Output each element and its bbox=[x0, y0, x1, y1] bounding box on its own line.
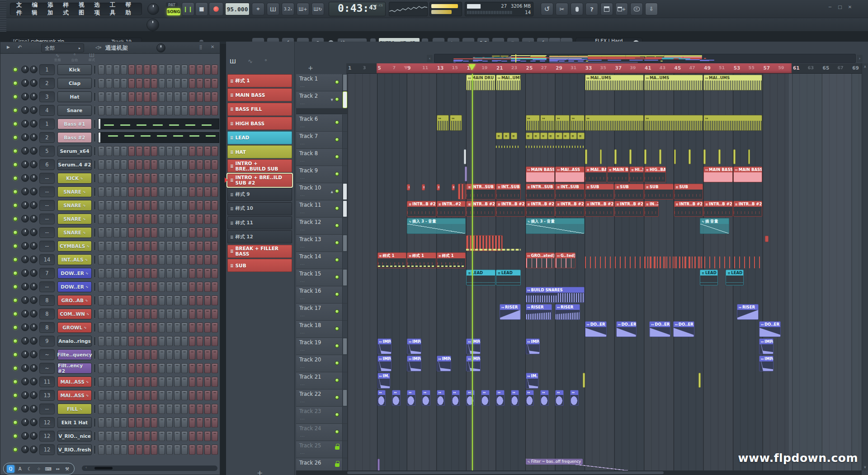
track-menu-dots[interactable]: ··· bbox=[300, 452, 305, 456]
performance-strip[interactable] bbox=[343, 75, 347, 90]
step-cell[interactable] bbox=[121, 377, 127, 387]
step-cell[interactable] bbox=[174, 404, 180, 414]
channel-volume-knob[interactable] bbox=[30, 337, 38, 345]
step-cell[interactable] bbox=[159, 173, 165, 183]
clip-olvsliv[interactable] bbox=[629, 149, 632, 164]
clip-≡[interactable]: ≡ bbox=[548, 133, 555, 139]
channel-led[interactable] bbox=[13, 285, 18, 289]
track-mute-led[interactable] bbox=[335, 292, 339, 296]
channel-pan-knob[interactable] bbox=[21, 418, 29, 426]
clip-olv[interactable]: ↦ bbox=[450, 115, 462, 131]
channel-volume-knob[interactable] bbox=[30, 161, 38, 168]
step-cell[interactable] bbox=[212, 295, 218, 305]
track-menu-dots[interactable]: ··· bbox=[300, 142, 305, 147]
step-cell[interactable] bbox=[144, 65, 150, 75]
track-menu-dots[interactable]: ··· bbox=[300, 211, 305, 215]
clip-DO..ER[interactable]: ↦DO..ER bbox=[649, 321, 670, 337]
step-cell[interactable] bbox=[151, 92, 157, 102]
step-cell[interactable] bbox=[197, 187, 203, 197]
step-cell[interactable] bbox=[98, 241, 104, 251]
step-cell[interactable] bbox=[174, 241, 180, 251]
channel-volume-knob[interactable] bbox=[30, 418, 38, 426]
step-cell[interactable] bbox=[128, 390, 135, 400]
clip-≡[interactable]: ≡ bbox=[577, 133, 584, 139]
step-cell[interactable] bbox=[128, 214, 135, 224]
step-cell[interactable] bbox=[197, 105, 203, 115]
step-cell[interactable] bbox=[174, 268, 180, 278]
clip-blob[interactable]: ↦ bbox=[377, 390, 386, 406]
track-menu-dots[interactable]: ··· bbox=[300, 102, 305, 106]
channel-led[interactable] bbox=[13, 380, 18, 384]
channel-number[interactable]: -- bbox=[39, 241, 55, 252]
channel-led[interactable] bbox=[13, 339, 18, 343]
step-cell[interactable] bbox=[113, 160, 120, 170]
window-close-button[interactable]: ✕ bbox=[846, 4, 854, 10]
channel-button[interactable]: Kick bbox=[57, 64, 92, 75]
pattern-item[interactable]: ≣样式 10 bbox=[227, 202, 292, 215]
channel-led[interactable] bbox=[13, 149, 18, 153]
step-cell[interactable] bbox=[197, 173, 203, 183]
overview-scroll-right[interactable]: › bbox=[857, 55, 863, 62]
step-cell[interactable] bbox=[204, 445, 211, 455]
step-cell[interactable] bbox=[121, 255, 127, 265]
channel-button[interactable]: MAI..ASS∿ bbox=[57, 390, 92, 401]
step-cell[interactable] bbox=[166, 78, 173, 88]
channel-led[interactable] bbox=[13, 244, 18, 248]
channel-button[interactable]: GRO..AB∿ bbox=[57, 295, 92, 306]
channel-pan-knob[interactable] bbox=[21, 242, 29, 250]
step-cell[interactable] bbox=[121, 295, 127, 305]
step-cell[interactable] bbox=[181, 241, 188, 251]
step-cell[interactable] bbox=[174, 309, 180, 319]
step-cell[interactable] bbox=[136, 418, 142, 428]
channel-volume-knob[interactable] bbox=[30, 351, 38, 358]
track-header-track-14[interactable]: Track 14··· bbox=[296, 252, 343, 269]
step-cell[interactable] bbox=[106, 214, 112, 224]
performance-strip[interactable] bbox=[343, 235, 347, 251]
clip-ticks2[interactable] bbox=[644, 256, 703, 268]
step-cell[interactable] bbox=[181, 336, 188, 346]
step-cell[interactable] bbox=[128, 187, 135, 197]
step-cell[interactable] bbox=[98, 146, 104, 156]
step-cell[interactable] bbox=[113, 404, 120, 414]
channel-volume-knob[interactable] bbox=[30, 432, 38, 440]
step-cell[interactable] bbox=[197, 65, 203, 75]
step-cell[interactable] bbox=[151, 431, 157, 441]
step-cell[interactable] bbox=[121, 431, 127, 441]
track-mute-led[interactable] bbox=[335, 413, 339, 417]
clip-≡[interactable]: ≡ bbox=[496, 133, 502, 139]
step-cell[interactable] bbox=[113, 418, 120, 428]
menu-item-6[interactable]: 工具 bbox=[108, 0, 123, 18]
step-cell[interactable] bbox=[159, 363, 165, 373]
step-cell[interactable] bbox=[166, 105, 173, 115]
channel-button[interactable]: DOW..ER∿ bbox=[57, 268, 92, 279]
step-cell[interactable] bbox=[144, 404, 150, 414]
channel-button[interactable]: Ekit 1 Hat bbox=[57, 417, 92, 428]
clip-IMPACT[interactable]: ↦IMPACT bbox=[377, 338, 392, 354]
channel-button[interactable]: Clap bbox=[57, 78, 92, 89]
step-cell[interactable] bbox=[159, 309, 165, 319]
step-cell[interactable] bbox=[136, 65, 142, 75]
clip-插 音量[interactable]: ∿插 音量 bbox=[700, 218, 729, 234]
step-cell[interactable] bbox=[174, 282, 180, 292]
step-cell[interactable] bbox=[113, 173, 120, 183]
channel-led[interactable] bbox=[13, 257, 18, 262]
clip-IM..T[interactable]: ↦IM..T bbox=[377, 373, 391, 389]
step-cell[interactable] bbox=[106, 431, 112, 441]
step-cell[interactable] bbox=[189, 377, 195, 387]
step-cell[interactable] bbox=[106, 418, 112, 428]
track-header-track-19[interactable]: Track 19··· bbox=[296, 338, 343, 355]
step-cell[interactable] bbox=[121, 146, 127, 156]
step-cell[interactable] bbox=[151, 255, 157, 265]
step-cell[interactable] bbox=[166, 295, 173, 305]
playlist-hscroll-handle[interactable] bbox=[347, 471, 664, 474]
step-cell[interactable] bbox=[136, 214, 142, 224]
step-cell[interactable] bbox=[128, 282, 135, 292]
clip-olv[interactable]: ↦ bbox=[540, 115, 555, 131]
step-cell[interactable] bbox=[212, 255, 218, 265]
step-cell[interactable] bbox=[113, 350, 120, 360]
step-cell[interactable] bbox=[159, 295, 165, 305]
channel-button[interactable]: CYMBALS∿ bbox=[57, 241, 92, 252]
track-header-track-18[interactable]: Track 18··· bbox=[296, 321, 343, 337]
step-cell[interactable] bbox=[181, 146, 188, 156]
track-menu-dots[interactable]: ··· bbox=[300, 383, 305, 387]
